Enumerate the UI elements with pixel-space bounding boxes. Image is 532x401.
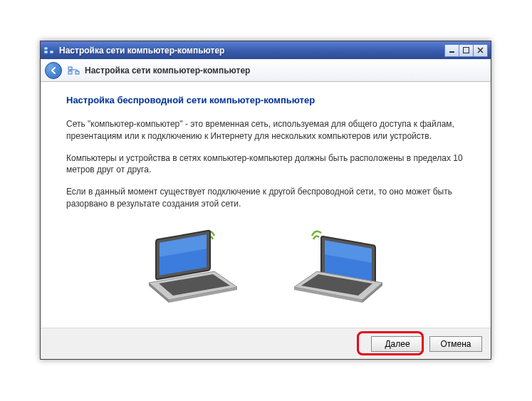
wizard-content: Настройка беспроводной сети компьютер-ко… xyxy=(41,82,491,313)
cancel-button[interactable]: Отмена xyxy=(429,336,482,352)
svg-rect-2 xyxy=(44,51,48,53)
maximize-button[interactable] xyxy=(459,44,474,57)
svg-rect-3 xyxy=(449,51,454,53)
svg-rect-4 xyxy=(464,48,469,53)
svg-rect-1 xyxy=(50,51,53,53)
next-button[interactable]: Далее xyxy=(371,336,424,352)
minimize-button[interactable] xyxy=(444,44,459,57)
close-button[interactable] xyxy=(473,44,488,57)
description-1: Сеть "компьютер-компьютер" - это временн… xyxy=(66,118,465,142)
app-icon xyxy=(43,45,55,56)
svg-rect-5 xyxy=(68,67,72,70)
network-icon xyxy=(68,64,80,77)
svg-rect-0 xyxy=(44,47,48,50)
titlebar: Настройка сети компьютер-компьютер xyxy=(41,41,491,59)
svg-rect-7 xyxy=(68,71,72,74)
illustration xyxy=(66,220,465,306)
laptop-left-icon xyxy=(130,220,244,306)
page-heading: Настройка беспроводной сети компьютер-ко… xyxy=(66,95,465,105)
wizard-header: Настройка сети компьютер-компьютер xyxy=(41,59,491,82)
wizard-title: Настройка сети компьютер-компьютер xyxy=(85,66,250,75)
description-2: Компьютеры и устройства в сетях компьюте… xyxy=(66,152,465,177)
window-title: Настройка сети компьютер-компьютер xyxy=(59,46,445,56)
description-3: Если в данный момент существует подключе… xyxy=(66,186,465,210)
svg-rect-6 xyxy=(75,71,79,74)
laptop-right-icon xyxy=(287,220,401,306)
wizard-footer: Далее Отмена xyxy=(41,328,491,359)
wizard-window: Настройка сети компьютер-компьютер xyxy=(40,41,491,360)
back-button[interactable] xyxy=(45,62,62,79)
